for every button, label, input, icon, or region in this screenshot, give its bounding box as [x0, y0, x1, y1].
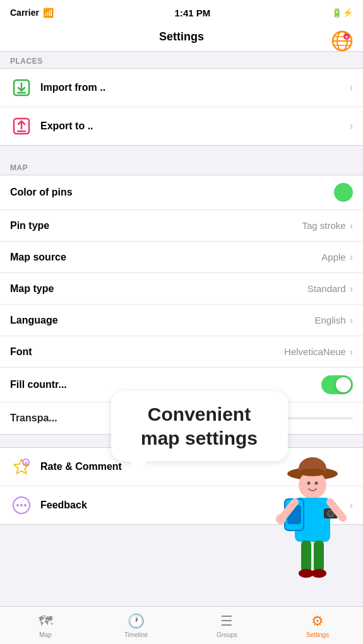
- svg-point-18: [20, 504, 23, 506]
- font-chevron: ›: [350, 346, 353, 358]
- svg-point-29: [328, 511, 333, 516]
- language-value: English: [314, 315, 345, 325]
- pin-type-chevron: ›: [350, 220, 353, 231]
- svg-point-17: [16, 504, 19, 506]
- carrier-label: Carrier: [10, 8, 39, 18]
- map-type-value: Standard: [307, 283, 346, 294]
- traveler-character: [249, 436, 363, 612]
- language-chevron: ›: [350, 315, 353, 326]
- map-tab-label: Map: [39, 631, 51, 638]
- tab-map[interactable]: 🗺 Map: [0, 613, 91, 638]
- status-bar: Carrier 📶 1:41 PM 🔋⚡: [0, 0, 363, 25]
- groups-tab-label: Groups: [217, 631, 237, 638]
- star-icon: ★: [10, 455, 33, 478]
- groups-tab-icon: ☰: [220, 613, 233, 629]
- pin-type-item[interactable]: Pin type Tag stroke ›: [0, 210, 363, 242]
- settings-tab-label: Settings: [306, 631, 329, 638]
- tab-settings[interactable]: ⚙ Settings: [272, 613, 363, 638]
- export-item[interactable]: Export to .. ›: [0, 107, 363, 145]
- map-type-label: Map type: [10, 283, 307, 295]
- places-list: Import from .. › Export to .. ›: [0, 68, 363, 146]
- status-left: Carrier 📶: [10, 8, 54, 18]
- language-item[interactable]: Language English ›: [0, 305, 363, 336]
- map-source-item[interactable]: Map source Apple ›: [0, 242, 363, 273]
- font-value: HelveticaNeue: [284, 346, 346, 357]
- battery-icon: 🔋⚡: [331, 8, 353, 18]
- svg-point-23: [299, 469, 326, 476]
- wifi-icon: 📶: [43, 8, 54, 18]
- export-label: Export to ..: [40, 120, 350, 132]
- timeline-tab-icon: 🕐: [128, 613, 145, 629]
- tab-timeline[interactable]: 🕐 Timeline: [91, 613, 182, 638]
- import-item[interactable]: Import from .. ›: [0, 69, 363, 107]
- map-tab-icon: 🗺: [39, 613, 52, 629]
- svg-point-36: [311, 569, 326, 578]
- map-source-label: Map source: [10, 252, 321, 263]
- pin-type-label: Pin type: [10, 220, 302, 231]
- speech-bubble: Convenient map settings: [111, 391, 288, 461]
- feedback-icon: [10, 494, 33, 517]
- fill-country-toggle[interactable]: [321, 375, 353, 394]
- svg-point-37: [307, 482, 311, 485]
- status-time: 1:41 PM: [175, 8, 211, 18]
- color-circle[interactable]: [334, 183, 353, 202]
- map-type-item[interactable]: Map type Standard ›: [0, 273, 363, 305]
- status-right: 🔋⚡: [331, 8, 353, 18]
- globe-icon[interactable]: ♥: [330, 29, 354, 53]
- import-icon: [10, 76, 33, 99]
- svg-rect-33: [301, 541, 311, 572]
- tab-groups[interactable]: ☰ Groups: [182, 613, 273, 638]
- language-label: Language: [10, 315, 314, 326]
- font-label: Font: [10, 346, 284, 358]
- svg-rect-34: [314, 541, 324, 572]
- svg-point-32: [276, 514, 286, 524]
- timeline-tab-label: Timeline: [124, 631, 148, 638]
- toggle-knob: [336, 377, 351, 392]
- color-of-pins-item[interactable]: Color of pins: [0, 175, 363, 210]
- svg-point-38: [315, 482, 318, 485]
- color-of-pins-label: Color of pins: [10, 187, 334, 198]
- export-icon: [10, 115, 33, 138]
- font-item[interactable]: Font HelveticaNeue ›: [0, 336, 363, 368]
- export-chevron: ›: [350, 120, 353, 132]
- map-source-value: Apple: [321, 252, 345, 262]
- places-section-header: PLACES: [0, 52, 363, 68]
- settings-tab-icon: ⚙: [311, 613, 324, 629]
- gap-1: [0, 146, 363, 158]
- svg-text:♥: ♥: [345, 35, 348, 39]
- page-title: Settings: [159, 30, 204, 44]
- nav-header: Settings ♥: [0, 25, 363, 52]
- pin-type-value: Tag stroke: [302, 220, 345, 231]
- svg-text:★: ★: [24, 460, 28, 465]
- fill-country-label: Fill countr...: [10, 379, 321, 390]
- import-label: Import from ..: [40, 82, 350, 93]
- svg-point-19: [24, 504, 27, 506]
- map-source-chevron: ›: [350, 252, 353, 263]
- import-chevron: ›: [350, 82, 353, 93]
- map-type-chevron: ›: [350, 283, 353, 295]
- map-section-header: MAP: [0, 158, 363, 175]
